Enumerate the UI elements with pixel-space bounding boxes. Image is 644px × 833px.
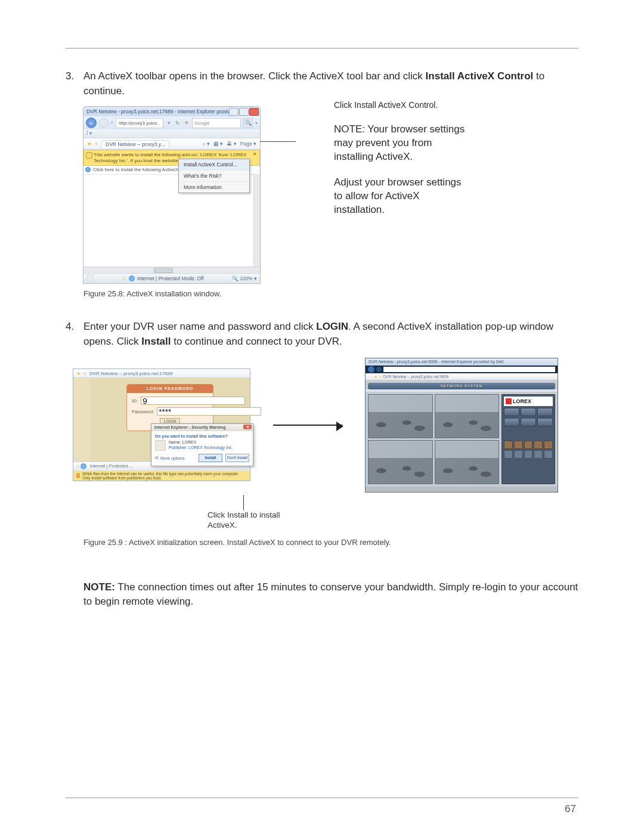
install-button[interactable]: Install <box>199 454 222 462</box>
publisher-link[interactable]: Publisher: LOREX Technology Inc. <box>169 445 233 450</box>
tab-bar: ★ ✧ DVR Netview -- proxy3.yoics.net:1768… <box>73 369 250 378</box>
camera-grid <box>368 394 499 484</box>
control-button[interactable] <box>521 408 536 416</box>
close-icon[interactable]: ✕ <box>243 425 252 429</box>
status-text: Internet | Protected Mode: Off <box>137 275 204 281</box>
more-options-link[interactable]: More options <box>160 456 184 460</box>
control-button[interactable] <box>537 418 553 426</box>
channel-button[interactable] <box>544 450 553 459</box>
step-4: 4. Enter your DVR user name and password… <box>66 320 578 349</box>
add-favorites-icon[interactable]: ✧ <box>94 141 99 147</box>
annotation-adjust: Adjust your browser settings to allow fo… <box>334 176 471 217</box>
camera-feed-3[interactable] <box>368 440 433 484</box>
text: Enter your DVR user name and password an… <box>83 321 316 332</box>
id-input[interactable] <box>141 397 245 405</box>
scrollbar-horizontal[interactable] <box>154 268 173 273</box>
stop-icon[interactable]: ✕ <box>184 120 190 126</box>
dont-install-button[interactable]: Don't Install <box>225 454 249 462</box>
control-button[interactable] <box>537 408 553 416</box>
figure-login-activex: ★ ✧ DVR Netview -- proxy3.yoics.net:1768… <box>73 368 250 481</box>
refresh-icon[interactable]: ↻ <box>174 120 181 126</box>
logo-icon <box>506 398 512 404</box>
dropdown-icon[interactable]: ▾ <box>255 120 258 126</box>
back-button[interactable] <box>368 366 374 373</box>
channel-button[interactable] <box>544 441 553 449</box>
rule-bottom <box>66 797 578 798</box>
rule-top <box>66 48 578 49</box>
password-label: Password: <box>132 409 154 414</box>
bold-text: LOGIN <box>316 321 348 332</box>
minimize-icon[interactable] <box>229 108 239 116</box>
print-icon[interactable]: 🖶 ▾ <box>227 141 236 147</box>
logo-text: LOREX <box>513 398 531 404</box>
dropdown-icon[interactable]: ▾ <box>111 120 113 125</box>
lorex-logo: LOREX <box>504 397 553 406</box>
forward-button[interactable] <box>376 367 382 372</box>
address-bar[interactable]: http://proxy3.yoics. <box>116 118 163 128</box>
password-input[interactable] <box>157 407 261 416</box>
menu-install-activex[interactable]: Install ActiveX Control... <box>179 159 249 171</box>
address-bar[interactable] <box>383 367 555 372</box>
callout-leader-line <box>260 141 296 142</box>
app-banner: NETWORK SYSTEM <box>368 383 555 389</box>
forward-button[interactable] <box>99 118 109 128</box>
text: An ActiveX toolbar opens in the browser.… <box>83 70 426 82</box>
feeds-icon[interactable]: ▦ ▾ <box>213 141 223 147</box>
shield-icon: ! <box>76 473 80 478</box>
figure-caption-2: Figure 25.9 : ActiveX initialization scr… <box>83 538 578 547</box>
channel-button[interactable] <box>514 441 523 449</box>
callout-text: Click Install to install ActiveX. <box>208 510 297 531</box>
search-icon[interactable]: 🔍 <box>243 118 253 128</box>
channel-button[interactable] <box>534 450 543 459</box>
toolbar-row: ⤴ ▾ <box>83 129 260 138</box>
channel-button[interactable] <box>504 450 513 459</box>
camera-feed-2[interactable] <box>435 394 500 438</box>
channel-button[interactable] <box>524 450 533 459</box>
channel-button[interactable] <box>524 441 533 449</box>
camera-feed-4[interactable] <box>435 440 500 484</box>
control-button[interactable] <box>521 418 536 426</box>
browser-tab[interactable]: DVR Netview -- proxy3.y... <box>101 140 169 148</box>
globe-icon <box>129 275 135 281</box>
sidebar-placeholder <box>73 378 90 462</box>
status-bar: ⚠ Internet | Protected Mode: Off 🔍 100% … <box>83 273 260 283</box>
channel-button[interactable] <box>504 441 513 449</box>
login-title: LOGIN PASSWORD <box>127 385 213 393</box>
annotation-note: NOTE: Your browser settings may prevent … <box>334 123 471 164</box>
zoom-indicator[interactable]: 🔍 100% ▾ <box>232 275 258 281</box>
browser-tab[interactable]: DVR Netview -- proxy3.yoics.net:17689 <box>89 371 173 376</box>
chevron-icon[interactable]: ⊞ <box>155 456 159 460</box>
note-label: NOTE: <box>83 581 115 593</box>
close-icon[interactable]: ✕ <box>253 151 257 157</box>
step-number: 3. <box>66 69 83 98</box>
dialog-title: Internet Explorer - Security Warning <box>154 425 226 429</box>
warning-strip: ! While files from the Internet can be u… <box>73 470 250 481</box>
camera-feed-1[interactable] <box>368 394 433 438</box>
software-name: Name: LOREX <box>169 440 233 445</box>
channel-button[interactable] <box>514 450 523 459</box>
browser-tab[interactable]: ★ ✧ DVR Netview -- proxy3.yoics.net:9009 <box>366 373 558 380</box>
text: to continue and connect to your DVR. <box>171 336 342 347</box>
control-button[interactable] <box>504 408 519 416</box>
scrollbar[interactable] <box>253 175 260 267</box>
menu-more-information[interactable]: More information <box>179 182 249 193</box>
step-3: 3. An ActiveX toolbar opens in the brows… <box>66 69 578 98</box>
note-text: The connection times out after 15 minute… <box>83 581 578 608</box>
status-icon <box>86 275 94 282</box>
home-icon[interactable]: ⌂ ▾ <box>203 141 210 147</box>
software-info: Name: LOREX Publisher: LOREX Technology … <box>169 440 233 451</box>
figure-caption-1: Figure 25.8: ActiveX installation window… <box>83 289 578 298</box>
favorites-star-icon[interactable]: ★ <box>87 141 92 147</box>
dropdown-icon[interactable]: ▾ <box>166 120 172 126</box>
close-icon[interactable] <box>249 108 259 116</box>
figure-ie-activex-window: DVR Netview - proxy3.yoics.net:17689 - I… <box>83 107 260 283</box>
control-button[interactable] <box>504 418 519 426</box>
security-warning-dialog: Internet Explorer - Security Warning ✕ D… <box>151 423 253 466</box>
maximize-icon[interactable] <box>239 108 249 116</box>
back-button[interactable]: ← <box>86 117 97 128</box>
menu-whats-the-risk[interactable]: What's the Risk? <box>179 171 249 182</box>
page-menu[interactable]: Page ▾ <box>240 141 256 147</box>
channel-button[interactable] <box>534 441 543 449</box>
window-title: DVR Netview - proxy3.yoics.net:17689 - I… <box>86 109 253 114</box>
search-input[interactable]: Google <box>192 118 241 128</box>
